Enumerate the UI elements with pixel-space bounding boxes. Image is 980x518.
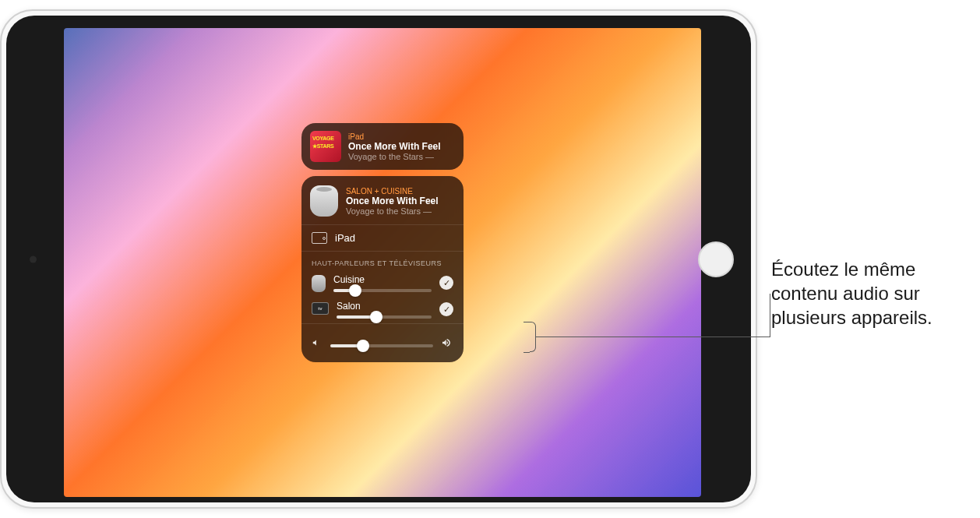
airplay-control-panel: iPad Once More With Feel Voyage to the S… <box>301 123 464 362</box>
output-label: Cuisine <box>333 274 432 285</box>
now-playing-card-ipad[interactable]: iPad Once More With Feel Voyage to the S… <box>301 123 464 170</box>
callout-leader-line <box>523 352 530 353</box>
screen: iPad Once More With Feel Voyage to the S… <box>64 28 701 497</box>
now-playing-header[interactable]: SALON + CUISINE Once More With Feel Voya… <box>301 176 464 224</box>
volume-high-icon <box>441 337 453 351</box>
now-playing-info: iPad Once More With Feel Voyage to the S… <box>348 132 455 161</box>
device-label: iPad <box>348 132 455 141</box>
output-label: iPad <box>335 232 453 244</box>
checkmark-icon[interactable]: ✓ <box>439 302 453 316</box>
ipad-frame: iPad Once More With Feel Voyage to the S… <box>0 9 757 509</box>
airplay-expanded-card: SALON + CUISINE Once More With Feel Voya… <box>301 176 464 362</box>
output-row-salon[interactable]: tv Salon ✓ <box>301 297 464 323</box>
volume-slider-cuisine[interactable] <box>333 289 432 292</box>
now-playing-info: SALON + CUISINE Once More With Feel Voya… <box>346 187 455 216</box>
slider-thumb[interactable] <box>370 311 382 323</box>
volume-slider-master[interactable] <box>330 344 433 347</box>
slider-thumb[interactable] <box>349 284 361 297</box>
output-label: Salon <box>337 301 432 312</box>
track-title: Once More With Feel <box>346 196 455 206</box>
device-label: SALON + CUISINE <box>346 187 455 196</box>
home-button[interactable] <box>698 241 734 277</box>
master-volume-row <box>301 323 464 362</box>
ipad-icon <box>312 232 327 244</box>
output-row-ipad[interactable]: iPad <box>301 224 464 251</box>
section-header: HAUT-PARLEURS ET TÉLÉVISEURS <box>301 251 464 270</box>
checkmark-icon[interactable]: ✓ <box>439 276 453 290</box>
callout-leader-line <box>523 322 530 322</box>
homepod-icon <box>310 185 338 217</box>
callout-bracket <box>530 322 536 352</box>
callout-text: Écoutez le même contenu audio sur plusie… <box>771 257 970 330</box>
callout-leader-line <box>770 294 770 337</box>
front-camera <box>30 255 37 263</box>
homepod-mini-icon <box>312 275 326 292</box>
callout-leader-line <box>536 337 770 337</box>
track-title: Once More With Feel <box>348 141 455 152</box>
slider-thumb[interactable] <box>357 340 369 352</box>
track-subtitle: Voyage to the Stars — <box>348 152 455 161</box>
ipad-bezel: iPad Once More With Feel Voyage to the S… <box>6 16 751 502</box>
volume-slider-salon[interactable] <box>337 315 432 319</box>
album-art-icon <box>310 131 341 162</box>
appletv-icon: tv <box>312 302 329 315</box>
track-subtitle: Voyage to the Stars — <box>346 206 455 216</box>
volume-low-icon <box>312 337 323 351</box>
output-row-cuisine[interactable]: Cuisine ✓ <box>301 270 464 297</box>
